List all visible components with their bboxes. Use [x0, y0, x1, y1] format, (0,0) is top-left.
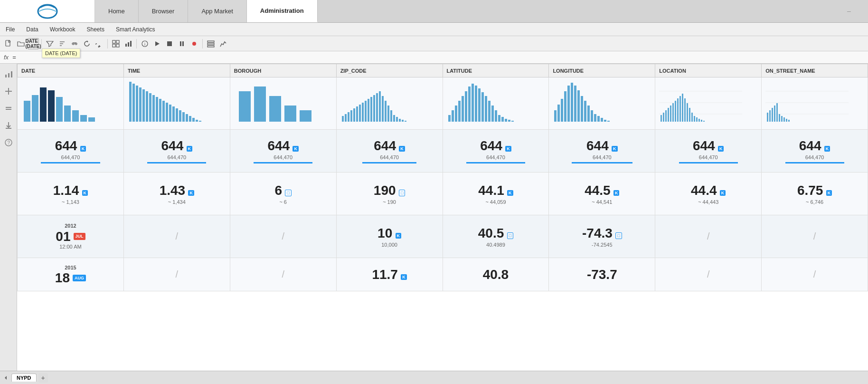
chart-cell-street[interactable]	[762, 77, 868, 130]
sidebar-plus-icon[interactable]	[2, 85, 15, 98]
header-lat[interactable]: LATITUDE	[443, 64, 549, 77]
avg-cell-location: 44.4 K ~ 44,443	[655, 173, 762, 215]
formula-bar: fx =	[0, 51, 868, 64]
svg-rect-59	[176, 108, 178, 122]
svg-rect-62	[186, 114, 188, 122]
count-bar-time	[147, 162, 206, 163]
svg-rect-45	[129, 82, 132, 122]
tab-appmarket[interactable]: App Market	[188, 0, 246, 22]
svg-rect-114	[511, 121, 514, 122]
svg-rect-74	[348, 112, 349, 122]
header-street[interactable]: ON_STREET_NAME	[762, 64, 868, 77]
add-sheet-btn[interactable]: +	[38, 373, 48, 383]
toolbar-pause-btn[interactable]	[176, 38, 188, 49]
toolbar-stop-btn[interactable]	[164, 38, 175, 49]
avg-sub-lat: ~ 44,059	[447, 199, 545, 205]
count-value-zip: 644	[374, 138, 396, 153]
avg-value-time: 1.43	[160, 183, 186, 198]
toolbar-link-btn[interactable]	[69, 38, 80, 49]
svg-rect-161	[776, 103, 778, 122]
sidebar-help-icon[interactable]: ?	[2, 136, 15, 149]
chart-cell-lat[interactable]	[443, 77, 549, 130]
avg-cell-borough: 6 □ ~ 6	[230, 173, 336, 215]
header-time[interactable]: TIME	[123, 64, 230, 77]
sidebar-equals-icon[interactable]	[2, 102, 15, 115]
chart-cell-date[interactable]	[18, 77, 124, 130]
toolbar-group-btn[interactable]	[205, 38, 217, 49]
menu-smart-analytics[interactable]: Smart Analytics	[114, 25, 157, 34]
grid-header-row: DATE TIME BOROUGH ZIP_CODE LATITUDE LONG…	[18, 64, 868, 77]
chart-cell-lon[interactable]	[549, 77, 655, 130]
sample1-lon-value: -74.3	[582, 226, 613, 240]
menu-sheets[interactable]: Sheets	[85, 25, 106, 34]
svg-rect-25	[208, 46, 214, 47]
svg-rect-64	[192, 118, 195, 122]
menu-workbook[interactable]: Workbook	[48, 25, 77, 34]
sample2-row: 2015 18 AUG / / 11.7	[18, 258, 868, 291]
svg-rect-124	[584, 101, 586, 122]
avg-cell-lon: 44.5 K ~ 44,541	[549, 173, 655, 215]
sample1-cell-lon: -74.3 □ -74.2545	[549, 215, 655, 258]
count-cell-borough: 644 K 644,470	[230, 130, 336, 173]
header-lon[interactable]: LONGITUDE	[549, 64, 655, 77]
toolbar-grid-btn[interactable]	[110, 38, 122, 49]
tab-browser[interactable]: Browser	[139, 0, 189, 22]
header-zip[interactable]: ZIP_CODE	[336, 64, 443, 77]
toolbar-sort-btn[interactable]	[57, 38, 68, 49]
tab-administration[interactable]: Administration	[247, 0, 318, 22]
chart-lat	[447, 82, 530, 124]
toolbar-new-btn[interactable]	[3, 38, 14, 49]
tab-home[interactable]: Home	[95, 0, 139, 22]
chart-cell-borough[interactable]	[230, 77, 336, 130]
svg-rect-77	[356, 106, 358, 122]
svg-rect-73	[345, 114, 347, 122]
toolbar-info-btn[interactable]: i	[139, 38, 151, 49]
svg-rect-146	[687, 103, 688, 122]
toolbar-record-btn[interactable]	[189, 38, 200, 49]
count-sub-zip: 644,470	[340, 154, 439, 160]
svg-rect-127	[594, 114, 596, 122]
header-borough[interactable]: BOROUGH	[230, 64, 336, 77]
toolbar-chart-btn[interactable]	[123, 38, 134, 49]
chart-cell-time[interactable]	[123, 77, 230, 130]
svg-rect-123	[581, 96, 583, 122]
toolbar-refresh-btn[interactable]	[81, 38, 93, 49]
svg-rect-152	[701, 120, 702, 122]
chart-date	[21, 82, 104, 124]
svg-rect-46	[132, 84, 135, 122]
chart-cell-location[interactable]	[655, 77, 762, 130]
count-value-lon: 644	[586, 138, 609, 153]
svg-rect-60	[179, 110, 181, 122]
svg-rect-106	[485, 96, 487, 122]
menu-file[interactable]: File	[4, 25, 17, 34]
data-grid-wrapper[interactable]: DATE TIME BOROUGH ZIP_CODE LATITUDE LONG…	[17, 64, 868, 371]
toolbar-filter-btn[interactable]	[44, 38, 56, 49]
svg-rect-119	[567, 86, 570, 122]
toolbar-open-btn[interactable]	[15, 38, 27, 49]
chart-cell-zip[interactable]	[336, 77, 443, 130]
svg-rect-144	[682, 94, 683, 122]
toolbar-analytics-btn[interactable]	[217, 38, 229, 49]
header-location[interactable]: LOCATION	[655, 64, 762, 77]
svg-rect-23	[208, 41, 214, 42]
toolbar-date-btn[interactable]: DATE (DATE)	[28, 38, 39, 49]
sample2-day: 18	[55, 271, 70, 285]
sidebar-download-icon[interactable]	[2, 119, 15, 132]
count-badge-time: K	[187, 146, 193, 152]
count-value-date: 644	[55, 138, 77, 153]
svg-rect-149	[694, 116, 695, 122]
toolbar-play-btn[interactable]	[151, 38, 163, 49]
header-date[interactable]: DATE	[18, 64, 124, 77]
svg-rect-58	[172, 106, 175, 122]
menu-data[interactable]: Data	[24, 25, 40, 34]
count-bar-street	[785, 162, 844, 163]
sidebar-chart-icon[interactable]	[2, 67, 15, 81]
svg-rect-100	[465, 91, 467, 122]
svg-rect-107	[488, 101, 491, 122]
top-nav-bar: Home Browser App Market Administration ─	[0, 0, 868, 23]
sheet-tab-nypd[interactable]: NYPD	[11, 374, 37, 382]
count-badge-borough: K	[292, 146, 299, 152]
count-badge-location: K	[718, 146, 724, 152]
toolbar-reload-btn[interactable]	[94, 38, 105, 49]
scroll-left-btn[interactable]	[2, 374, 9, 382]
